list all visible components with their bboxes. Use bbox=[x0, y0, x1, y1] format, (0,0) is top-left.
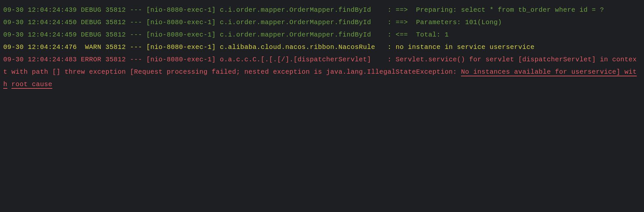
log-line: 09-30 12:04:24:476 WARN 35812 --- [nio-8… bbox=[3, 43, 534, 51]
log-line: 09-30 12:04:24:459 DEBUG 35812 --- [nio-… bbox=[3, 31, 449, 38]
log-line: 09-30 12:04:24:483 ERROR 35812 --- [nio-… bbox=[3, 56, 637, 88]
log-line: 09-30 12:04:24:439 DEBUG 35812 --- [nio-… bbox=[3, 6, 604, 14]
log-output: 09-30 12:04:24:439 DEBUG 35812 --- [nio-… bbox=[0, 0, 644, 94]
log-line: 09-30 12:04:24:450 DEBUG 35812 --- [nio-… bbox=[3, 19, 502, 26]
